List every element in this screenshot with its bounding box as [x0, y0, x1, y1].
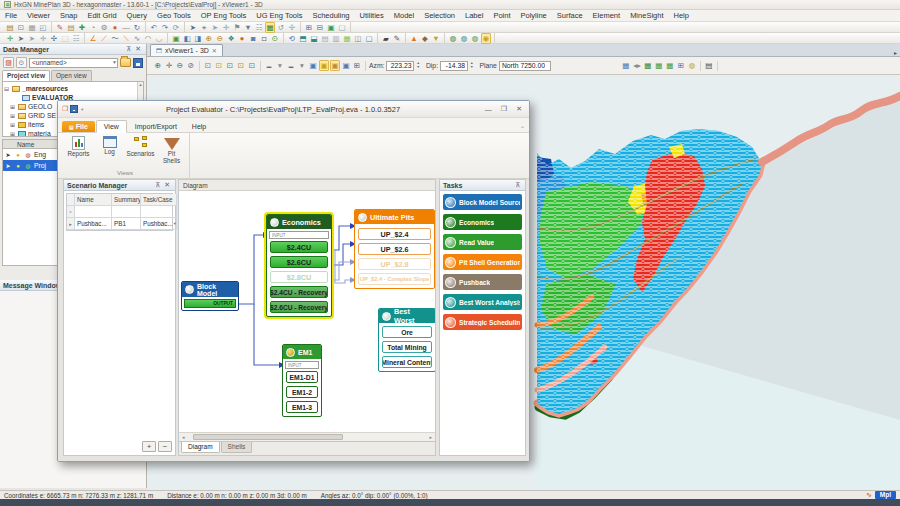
best-worst-item[interactable]: Ore [382, 326, 432, 338]
column-summary[interactable]: Summary [112, 194, 141, 206]
menu-edit-grid[interactable]: Edit Grid [82, 11, 121, 20]
input-port[interactable]: INPUT [269, 231, 329, 239]
pick-icon[interactable]: ➤ [16, 34, 26, 43]
globe-icon[interactable]: ◍ [448, 34, 458, 43]
close-tab-icon[interactable]: ✕ [212, 47, 217, 54]
pan-icon[interactable]: ✛ [164, 61, 174, 70]
pick-add-icon[interactable]: ➤ [27, 34, 37, 43]
edit-icon[interactable]: ✎ [55, 23, 65, 32]
expander-icon[interactable]: ⊞ [9, 103, 16, 110]
dropdown-icon[interactable]: ▾ [275, 61, 285, 70]
add-scenario-button[interactable]: + [142, 441, 156, 452]
line-icon[interactable]: — [121, 23, 131, 32]
menu-geo-tools[interactable]: Geo Tools [152, 11, 196, 20]
grid-icon[interactable]: ▦ [27, 23, 37, 32]
menu-point[interactable]: Point [488, 11, 515, 20]
surface-top-icon[interactable]: ⬒ [298, 34, 308, 43]
print-icon[interactable]: ▤ [704, 61, 714, 70]
scenario-row[interactable]: ▸ Pushbac... PB1 Pushbac... ▼ [67, 218, 172, 230]
scrollbar-thumb[interactable] [193, 434, 343, 440]
green-grid2-icon[interactable]: ▦ [654, 61, 664, 70]
flag-icon[interactable]: ⚑ [232, 23, 242, 32]
frame-icon[interactable]: ▢ [337, 23, 347, 32]
input-port[interactable]: INPUT [285, 361, 319, 369]
layout-icon[interactable]: ◰ [38, 23, 48, 32]
ring-icon[interactable]: ⊙ [270, 34, 280, 43]
translate-icon[interactable]: ✛ [38, 34, 48, 43]
mpl-badge[interactable]: Mpl [875, 491, 896, 499]
solid-icon[interactable]: ◙ [248, 34, 258, 43]
tab-help[interactable]: Help [185, 121, 213, 132]
scenario-summary-cell[interactable]: PB1 [112, 218, 141, 230]
expander-icon[interactable]: ⊟ [3, 85, 10, 92]
maximize-icon[interactable]: ❐ [498, 105, 510, 113]
green-grid3-icon[interactable]: ▦ [665, 61, 675, 70]
globe3-icon[interactable]: ◍ [470, 34, 480, 43]
view-cube-icon[interactable]: ▣ [308, 61, 318, 70]
ultimate-pits-item[interactable]: UP_$2.6 [358, 243, 431, 255]
tab-scroll-icon[interactable]: ▸ [894, 49, 900, 56]
copy-view-icon[interactable]: ⊡ [16, 23, 26, 32]
clipboard-open-icon[interactable]: ⊡ [225, 61, 235, 70]
block-model-node[interactable]: Block Model OUTPUT [181, 281, 239, 311]
menu-help[interactable]: Help [668, 11, 693, 20]
dropdown2-icon[interactable]: ▾ [297, 61, 307, 70]
remove-scenario-button[interactable]: − [158, 441, 172, 452]
expander-icon[interactable]: ⊞ [9, 121, 16, 128]
marquee-icon[interactable]: ⬚ [60, 34, 70, 43]
best-worst-item[interactable]: Mineral Content [382, 356, 432, 368]
dip-input[interactable]: -14.38 [440, 61, 468, 71]
close-icon[interactable]: ✕ [162, 181, 172, 189]
move-point-icon[interactable]: ✛ [5, 34, 15, 43]
rhombus-icon[interactable]: ◆ [420, 34, 430, 43]
close-icon[interactable]: ✕ [513, 105, 525, 113]
blue-grid-icon[interactable]: ⊞ [676, 61, 686, 70]
view-name-combobox[interactable]: <unnamed> ▼ [29, 58, 118, 68]
sphere-icon[interactable]: ● [237, 34, 247, 43]
select-icon[interactable]: ➤ [188, 23, 198, 32]
split-window-icon[interactable]: ⊟ [315, 23, 325, 32]
economics-item-disabled[interactable]: $2.8CU [270, 271, 328, 283]
segment-icon[interactable]: ⟋ [99, 34, 109, 43]
menu-label[interactable]: Label [460, 11, 488, 20]
undo-icon[interactable]: ↶ [149, 23, 159, 32]
ultimate-pits-item-disabled[interactable]: UP_$2.8 [358, 258, 431, 270]
tab-view[interactable]: View [96, 120, 127, 133]
tab-project-view[interactable]: Project view [2, 70, 50, 81]
target-icon[interactable]: ⌖ [199, 23, 209, 32]
search-icon[interactable]: ⊙ [16, 57, 27, 68]
scenario-task-cell[interactable]: Pushbac... ▼ [141, 218, 177, 230]
viewport-icon[interactable]: ▣ [326, 23, 336, 32]
dip-stepper[interactable]: ▲▼ [470, 62, 473, 69]
green-grid-icon[interactable]: ▦ [643, 61, 653, 70]
layers-icon[interactable]: ☷ [254, 23, 264, 32]
pair-icon[interactable]: ◫ [353, 34, 363, 43]
globe2-icon[interactable]: ◍ [459, 34, 469, 43]
tab-file[interactable]: ▤ File [62, 121, 95, 132]
menu-model[interactable]: Model [389, 11, 419, 20]
scenarios-button[interactable]: Scenarios [125, 134, 156, 170]
diamond-icon[interactable]: ❖ [226, 34, 236, 43]
tree-item-resources[interactable]: ⊟ _maresources [3, 84, 143, 93]
viewer-tab[interactable]: 🗖 xViewer1 - 3D ✕ [150, 44, 223, 56]
notes-icon[interactable]: ▤ [66, 23, 76, 32]
app-window-icon[interactable]: ❐ [62, 105, 68, 113]
annotate-icon[interactable]: ✎ [392, 34, 402, 43]
snap-grid-icon[interactable]: ▦ [265, 22, 275, 33]
add-node-icon[interactable]: ⊕ [204, 34, 214, 43]
menu-selection[interactable]: Selection [419, 11, 460, 20]
save-icon[interactable] [70, 105, 78, 113]
economics-item[interactable]: $2.4CU [270, 241, 328, 253]
best-worst-item[interactable]: Total Mining [382, 341, 432, 353]
panel-icon[interactable]: ▤ [5, 23, 15, 32]
economics-node[interactable]: Economics INPUT $2.4CU $2.6CU $2.8CU $2.… [266, 214, 332, 317]
monitor-icon[interactable]: 🗕 [264, 61, 274, 70]
em1-item[interactable]: EM1-3 [286, 401, 318, 413]
expander-icon[interactable]: ⊞ [9, 112, 16, 119]
ultimate-pits-node[interactable]: Ultimate Pits UP_$2.4 UP_$2.6 UP_$2.8 UP… [354, 209, 435, 289]
add-icon[interactable]: ✚ [77, 23, 87, 32]
materials-icon[interactable]: ▨ [3, 57, 14, 68]
task-pit-shell-generation[interactable]: Pit Shell Generation [443, 254, 522, 270]
remove-node-icon[interactable]: ⊖ [215, 34, 225, 43]
surface-bottom-icon[interactable]: ⬓ [309, 34, 319, 43]
